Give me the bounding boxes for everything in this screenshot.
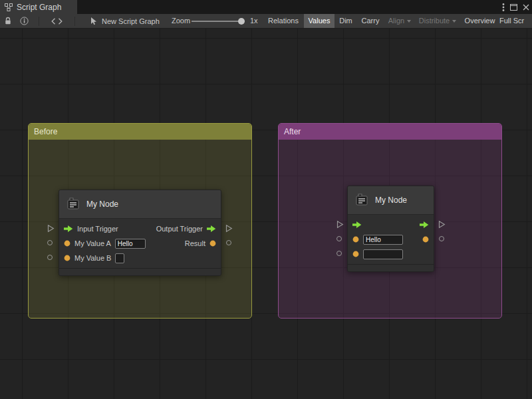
chevron-down-icon [407, 20, 411, 23]
value-port-icon[interactable] [64, 255, 70, 261]
my-value-b-label: My Value B [74, 254, 111, 262]
port-row [348, 232, 434, 247]
port-row [348, 247, 434, 261]
chevron-down-icon [452, 20, 456, 23]
relations-button[interactable]: Relations [264, 14, 303, 28]
align-dropdown[interactable]: Align [385, 14, 414, 28]
unconnected-value-port-icon[interactable] [439, 236, 444, 241]
zoom-label: Zoom [172, 17, 190, 25]
result-label: Result [185, 239, 205, 247]
unconnected-trigger-port-icon[interactable] [47, 224, 55, 233]
unconnected-trigger-port-icon[interactable] [438, 220, 446, 229]
node-after-body [348, 215, 434, 264]
unconnected-trigger-port-icon[interactable] [336, 220, 344, 229]
graph-toolbar: New Script Graph Zoom 1x Relations Value… [0, 14, 532, 29]
graph-pointer-icon [89, 17, 97, 25]
distribute-label: Distribute [419, 17, 450, 25]
window-tabbar: Script Graph [0, 0, 532, 14]
my-value-b-field[interactable] [115, 253, 124, 263]
align-label: Align [388, 17, 404, 25]
node-after-header[interactable]: My Node [348, 186, 434, 215]
trigger-port-icon[interactable] [420, 221, 429, 229]
info-icon[interactable] [20, 17, 29, 25]
unconnected-value-port-icon[interactable] [47, 255, 53, 260]
node-footer [59, 268, 221, 275]
port-row [348, 217, 434, 232]
node-before-body: Input Trigger Output Trigger My Value A [59, 219, 221, 268]
graph-name-label: New Script Graph [102, 17, 160, 25]
my-node-icon [354, 193, 369, 207]
node-my-node-after[interactable]: My Node [347, 186, 434, 272]
trigger-port-icon[interactable] [207, 225, 216, 233]
zoom-value: 1x [250, 17, 258, 25]
toolbar-separator [74, 17, 75, 26]
port-row: My Value A Result [59, 236, 221, 251]
kebab-menu-icon[interactable] [502, 3, 505, 12]
script-graph-icon [5, 3, 13, 11]
value-port-icon[interactable] [422, 236, 429, 243]
node-my-node-before[interactable]: My Node Input Trigger Output Trigger [59, 190, 221, 276]
value-port-icon[interactable] [209, 240, 216, 247]
after-value-a-field[interactable] [363, 235, 403, 245]
maximize-icon[interactable] [510, 4, 517, 11]
tab-script-graph[interactable]: Script Graph [0, 0, 77, 14]
value-port-icon[interactable] [352, 251, 359, 257]
unconnected-value-port-icon[interactable] [336, 251, 342, 256]
group-before-header[interactable]: Before [29, 124, 251, 140]
trigger-port-icon[interactable] [352, 221, 362, 229]
unconnected-value-port-icon[interactable] [336, 236, 342, 241]
carry-button[interactable]: Carry [357, 14, 384, 28]
code-icon[interactable] [51, 18, 63, 25]
port-row: Input Trigger Output Trigger [59, 221, 221, 236]
node-before-header[interactable]: My Node [59, 190, 221, 219]
tab-label: Script Graph [17, 3, 61, 12]
value-port-icon[interactable] [64, 240, 70, 247]
node-after-title: My Node [375, 196, 407, 205]
fullscreen-button[interactable]: Full Scr [499, 14, 532, 28]
my-value-a-label: My Value A [74, 239, 111, 247]
port-row: My Value B [59, 251, 221, 265]
zoom-slider[interactable] [192, 21, 245, 22]
node-before-title: My Node [86, 200, 118, 209]
close-icon[interactable] [523, 4, 529, 11]
lock-icon[interactable] [4, 17, 12, 25]
input-trigger-label: Input Trigger [77, 225, 118, 233]
unconnected-trigger-port-icon[interactable] [225, 224, 233, 233]
group-after-header[interactable]: After [279, 124, 501, 140]
unconnected-value-port-icon[interactable] [226, 240, 231, 245]
overview-button[interactable]: Overview [462, 14, 498, 28]
output-trigger-label: Output Trigger [156, 225, 203, 233]
distribute-dropdown[interactable]: Distribute [416, 14, 460, 28]
values-button[interactable]: Values [304, 14, 334, 28]
script-graph-window: Script Graph [0, 0, 532, 399]
group-after-title: After [284, 127, 301, 136]
toolbar-separator [39, 17, 39, 26]
zoom-slider-knob[interactable] [238, 18, 245, 25]
my-value-a-field[interactable] [115, 239, 146, 249]
graph-breadcrumb[interactable]: New Script Graph [89, 17, 160, 25]
group-before-title: Before [34, 127, 57, 136]
trigger-port-icon[interactable] [64, 225, 73, 233]
after-value-b-field[interactable] [363, 249, 403, 259]
my-node-icon [66, 197, 80, 211]
node-footer [348, 264, 434, 271]
value-port-icon[interactable] [352, 236, 359, 243]
dim-button[interactable]: Dim [336, 14, 356, 28]
unconnected-value-port-icon[interactable] [47, 240, 53, 245]
